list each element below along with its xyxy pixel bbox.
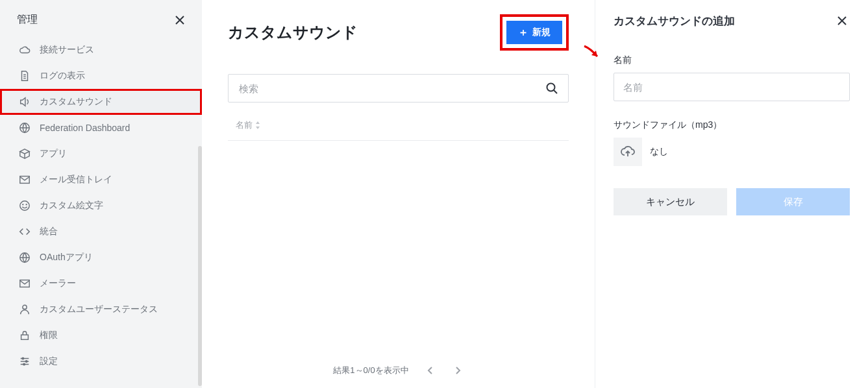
code-icon [19, 226, 31, 237]
sidebar-item-view-logs[interactable]: ログの表示 [0, 63, 202, 89]
page-title: カスタムサウンド [228, 22, 358, 43]
sidebar-item-label: 設定 [40, 356, 58, 367]
cloud-icon [19, 44, 31, 56]
svg-point-11 [23, 363, 25, 365]
sidebar-item-label: ログの表示 [40, 70, 85, 82]
search-button[interactable] [541, 78, 562, 99]
name-input[interactable] [614, 73, 850, 101]
sidebar-item-label: カスタムユーザーステータス [40, 304, 158, 315]
sidebar-item-custom-user-status[interactable]: カスタムユーザーステータス [0, 297, 202, 322]
sort-icon [255, 121, 260, 129]
save-button[interactable]: 保存 [736, 188, 850, 215]
new-button[interactable]: ＋ 新規 [506, 21, 562, 44]
sliders-icon [19, 356, 31, 367]
sidebar-item-custom-emoji[interactable]: カスタム絵文字 [0, 193, 202, 219]
doc-icon [19, 70, 31, 82]
sidebar-item-label: 権限 [40, 330, 58, 341]
sidebar-item-apps[interactable]: アプリ [0, 141, 202, 167]
panel-close-button[interactable] [834, 13, 850, 29]
svg-point-2 [20, 201, 29, 210]
chevron-left-icon [427, 366, 434, 375]
search-input[interactable] [228, 74, 569, 103]
sidebar-item-permissions[interactable]: 権限 [0, 322, 202, 348]
table-header: 名前 [228, 119, 569, 141]
search-icon [545, 82, 558, 95]
chevron-right-icon [454, 366, 461, 375]
globe-icon [19, 252, 31, 263]
sidebar-item-label: アプリ [40, 148, 67, 160]
sidebar-item-label: Federation Dashboard [40, 123, 130, 133]
sidebar-item-label: カスタム絵文字 [40, 200, 103, 212]
sidebar-item-settings[interactable]: 設定 [0, 348, 202, 374]
svg-point-4 [26, 204, 27, 205]
upload-sound-button[interactable] [614, 138, 642, 166]
pager: 結果1～0/0を表示中 [228, 352, 569, 388]
sidebar-item-integrations[interactable]: 統合 [0, 219, 202, 245]
add-sound-panel: カスタムサウンドの追加 名前 サウンドファイル（mp3） なし キャンセル 保存 [595, 0, 868, 388]
sidebar-item-oauth-apps[interactable]: OAuthアプリ [0, 245, 202, 271]
pager-status: 結果1～0/0を表示中 [333, 365, 408, 376]
mail-icon [19, 174, 31, 186]
column-header-name[interactable]: 名前 [236, 119, 260, 131]
sound-file-status: なし [650, 146, 668, 158]
panel-title: カスタムサウンドの追加 [614, 14, 735, 29]
admin-sidebar: 管理 接続サービスログの表示カスタムサウンドFederation Dashboa… [0, 0, 202, 388]
sidebar-item-label: 統合 [40, 226, 58, 237]
svg-point-10 [25, 361, 27, 363]
cloud-upload-icon [621, 146, 635, 158]
plus-icon: ＋ [518, 27, 528, 38]
cancel-button[interactable]: キャンセル [614, 188, 727, 215]
emoji-icon [19, 200, 31, 212]
column-header-name-label: 名前 [236, 119, 253, 131]
pager-prev-button[interactable] [425, 363, 436, 378]
sidebar-item-label: 接続サービス [40, 44, 94, 56]
user-icon [19, 304, 31, 315]
sidebar-title: 管理 [17, 13, 38, 27]
sidebar-item-label: メール受信トレイ [40, 174, 112, 186]
cube-icon [19, 148, 31, 160]
annotation-highlight-new-button: ＋ 新規 [500, 14, 569, 51]
svg-point-12 [547, 84, 555, 91]
sidebar-item-label: メーラー [40, 278, 76, 289]
globe-icon [19, 122, 31, 134]
sidebar-item-federation-dashboard[interactable]: Federation Dashboard [0, 115, 202, 141]
svg-point-9 [22, 358, 24, 359]
sidebar-item-email-inboxes[interactable]: メール受信トレイ [0, 167, 202, 193]
sidebar-item-mailer[interactable]: メーラー [0, 271, 202, 297]
name-field-label: 名前 [614, 55, 850, 66]
svg-point-7 [23, 305, 27, 309]
sidebar-item-label: カスタムサウンド [40, 96, 112, 108]
sidebar-close-button[interactable] [175, 15, 185, 25]
main-content: カスタムサウンド ＋ 新規 名前 結果1～0/0を表示中 [202, 0, 595, 388]
close-icon [837, 16, 847, 26]
pager-next-button[interactable] [452, 363, 464, 378]
sound-icon [19, 96, 31, 108]
sidebar-item-label: OAuthアプリ [40, 252, 93, 263]
mail-icon [19, 278, 31, 289]
sidebar-item-custom-sounds[interactable]: カスタムサウンド [0, 89, 202, 115]
svg-rect-8 [21, 335, 29, 339]
sound-file-label: サウンドファイル（mp3） [614, 119, 850, 131]
sidebar-item-connected-services[interactable]: 接続サービス [0, 37, 202, 63]
svg-point-3 [23, 204, 23, 205]
new-button-label: 新規 [532, 27, 551, 38]
close-icon [175, 15, 185, 25]
lock-icon [19, 330, 31, 341]
